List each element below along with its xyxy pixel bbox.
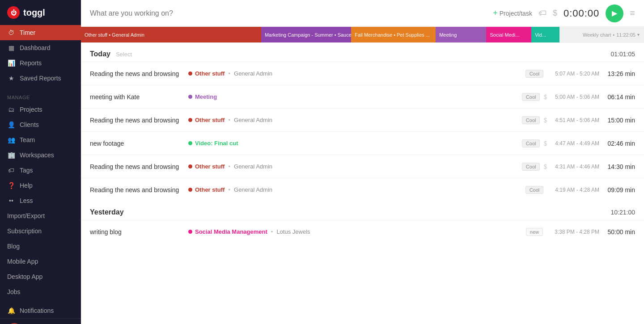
sidebar-item-saved-reports[interactable]: ★ Saved Reports xyxy=(0,71,81,86)
sidebar-item-reports[interactable]: 📊 Reports xyxy=(0,55,81,71)
sidebar-item-mobile-app-label: Mobile App xyxy=(7,258,38,265)
entry-tag[interactable]: Cool xyxy=(522,163,540,171)
sidebar-item-workspaces[interactable]: 🏢 Workspaces xyxy=(0,147,81,163)
entry-project: Meeting xyxy=(188,93,518,100)
client-name: General Admin xyxy=(234,117,272,123)
chart-bullet: • xyxy=(613,32,614,38)
chevron-down-icon[interactable]: ▾ xyxy=(637,32,640,37)
reports-icon: 📊 xyxy=(7,59,15,67)
chart-seg-2: Fall Merchandise • Pet Supplies ... xyxy=(351,27,436,42)
billable-icon[interactable]: $ xyxy=(553,8,557,18)
sidebar-item-import-export-label: Import/Export xyxy=(7,212,45,219)
entry-row[interactable]: Reading the news and browsing Other stuf… xyxy=(81,108,644,131)
entry-tag[interactable]: Cool xyxy=(522,116,540,124)
yesterday-label: Yesterday xyxy=(90,208,124,216)
today-select[interactable]: Select xyxy=(116,51,132,58)
entry-time-range: 4:47 AM - 4:49 AM xyxy=(555,140,599,147)
entry-description: Reading the news and browsing xyxy=(90,186,188,194)
start-timer-button[interactable]: ▶ xyxy=(606,4,623,22)
client-name: Lotus Jewels xyxy=(276,228,310,235)
entry-project: Video: Final cut xyxy=(188,140,518,147)
sidebar-item-subscription-label: Subscription xyxy=(7,227,42,235)
client-name: General Admin xyxy=(234,163,272,170)
entry-row[interactable]: Reading the news and browsing Other stuf… xyxy=(81,155,644,178)
entry-time-range: 5:00 AM - 5:06 AM xyxy=(555,94,599,100)
entry-project: Other stuff • General Admin xyxy=(188,163,518,170)
chart-total-time: 11:22:05 xyxy=(616,32,636,38)
workspaces-icon: 🏢 xyxy=(7,151,15,159)
billable-icon: $ xyxy=(543,140,547,147)
sidebar-item-jobs[interactable]: Jobs xyxy=(0,284,81,299)
chart-seg-3-label: Meeting xyxy=(439,32,457,38)
project-name: Other stuff xyxy=(195,70,225,77)
project-color-dot xyxy=(188,141,192,145)
sidebar-item-notifications[interactable]: 🔔 Notifications xyxy=(0,303,81,318)
today-group: Today Select 01:01:05 Reading the news a… xyxy=(81,43,644,201)
entry-row[interactable]: Reading the news and browsing Other stuf… xyxy=(81,62,644,85)
dots-icon: •• xyxy=(7,197,15,204)
sidebar-item-jobs-label: Jobs xyxy=(7,288,21,295)
yesterday-group: Yesterday 10:21:00 writing blog Social M… xyxy=(81,201,644,243)
logo-text: toggl xyxy=(23,8,45,18)
chart-seg-4-label: Social Medi... xyxy=(490,32,519,38)
sidebar-item-subscription[interactable]: Subscription xyxy=(0,223,81,239)
sidebar-item-help[interactable]: ❓ Help xyxy=(0,178,81,193)
chart-seg-1-label: Marketing Campaign - Summer • Sauce ... xyxy=(265,32,351,38)
entry-tag[interactable]: new xyxy=(526,228,543,236)
project-color-dot xyxy=(188,230,192,234)
entry-row[interactable]: writing blog Social Media Management • L… xyxy=(81,220,644,243)
entry-row[interactable]: meeting with Kate Meeting Cool $ 5:00 AM… xyxy=(81,85,644,108)
sidebar-item-less[interactable]: •• Less xyxy=(0,193,81,208)
entry-time-range: 5:07 AM - 5:20 AM xyxy=(555,71,599,77)
sidebar-item-blog[interactable]: Blog xyxy=(0,239,81,254)
main-content: + Project/task 🏷 $ 0:00:00 ▶ ≡ Other stu… xyxy=(81,0,644,324)
chart-label: Weekly chart • 11:22:05 ▾ xyxy=(583,32,640,38)
sidebar-item-mobile-app[interactable]: Mobile App xyxy=(0,254,81,269)
today-label: Today xyxy=(90,50,110,58)
dashboard-icon: ▦ xyxy=(7,44,15,51)
project-color-dot xyxy=(188,72,192,76)
sidebar-item-projects-label: Projects xyxy=(20,106,42,113)
client-name: General Admin xyxy=(234,70,272,77)
entry-duration: 06:14 min xyxy=(604,93,635,101)
sidebar-item-projects[interactable]: 🗂 Projects xyxy=(0,102,81,117)
sidebar: ⏻ toggl ⏱ Timer ▦ Dashboard 📊 Reports ★ … xyxy=(0,0,81,324)
yesterday-header: Yesterday 10:21:00 xyxy=(81,201,644,220)
entry-tag[interactable]: Cool xyxy=(522,139,540,147)
sidebar-item-import-export[interactable]: Import/Export xyxy=(0,208,81,223)
entry-row[interactable]: new footage Video: Final cut Cool $ 4:47… xyxy=(81,131,644,155)
entry-tag[interactable]: Cool xyxy=(525,70,544,78)
sidebar-item-help-label: Help xyxy=(20,182,33,189)
user-profile[interactable]: E Emma Marketing Depa... xyxy=(0,318,81,324)
menu-icon[interactable]: ≡ xyxy=(630,8,635,18)
entry-project: Other stuff • General Admin xyxy=(188,186,522,193)
sidebar-item-clients-label: Clients xyxy=(20,121,39,128)
entry-row[interactable]: Reading the news and browsing Other stuf… xyxy=(81,178,644,201)
sidebar-item-tags[interactable]: 🏷 Tags xyxy=(0,163,81,178)
sidebar-item-timer[interactable]: ⏱ Timer xyxy=(0,25,81,40)
timer-description-input[interactable] xyxy=(90,9,487,17)
entry-duration: 50:00 min xyxy=(604,228,635,236)
sidebar-item-less-label: Less xyxy=(20,197,33,204)
add-project-task-button[interactable]: + Project/task xyxy=(493,8,532,18)
sidebar-item-workspaces-label: Workspaces xyxy=(20,151,54,159)
sidebar-item-clients[interactable]: 👤 Clients xyxy=(0,117,81,132)
sidebar-item-desktop-app[interactable]: Desktop App xyxy=(0,269,81,284)
topbar-actions: + Project/task 🏷 $ 0:00:00 ▶ ≡ xyxy=(493,4,635,22)
entry-tag[interactable]: Cool xyxy=(522,93,540,101)
sidebar-item-dashboard[interactable]: ▦ Dashboard xyxy=(0,40,81,55)
plus-icon: + xyxy=(493,8,498,18)
sidebar-item-dashboard-label: Dashboard xyxy=(20,44,51,51)
client-name: General Admin xyxy=(234,186,272,193)
entry-tag[interactable]: Cool xyxy=(525,186,544,194)
tag-icon[interactable]: 🏷 xyxy=(538,8,547,18)
sidebar-item-team[interactable]: 👥 Team xyxy=(0,132,81,147)
projects-icon: 🗂 xyxy=(7,106,15,113)
today-total: 01:01:05 xyxy=(611,50,636,58)
tags-icon: 🏷 xyxy=(7,167,15,174)
help-icon: ❓ xyxy=(7,182,15,189)
weekly-chart-label: Weekly chart xyxy=(583,32,611,38)
entry-duration: 13:26 min xyxy=(604,70,635,77)
topbar: + Project/task 🏷 $ 0:00:00 ▶ ≡ xyxy=(81,0,644,27)
sidebar-item-team-label: Team xyxy=(20,136,35,143)
